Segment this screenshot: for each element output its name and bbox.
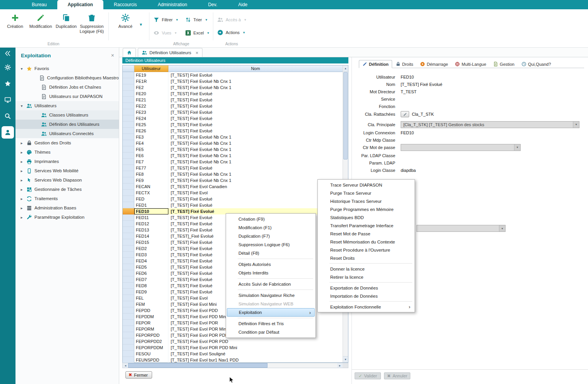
dropdown-caret-icon[interactable]: ▾: [206, 18, 207, 22]
submenu-item[interactable]: Purge Programmes en Mémoire: [319, 205, 414, 213]
row-selector[interactable]: [123, 252, 134, 258]
table-row[interactable]: FE77 [T_TEST] Fixé Evolué: [123, 165, 348, 171]
ribbon-button[interactable]: Suppression Logique (F6): [79, 11, 105, 34]
fermer-button[interactable]: ✖ Fermer: [125, 371, 152, 379]
table-row[interactable]: FE24 [T_TEST] Fixé Evolué: [123, 115, 348, 122]
row-selector[interactable]: [123, 314, 134, 320]
row-selector[interactable]: [123, 264, 134, 270]
nom-field[interactable]: [T_TEST] Fixé Evolué: [401, 82, 442, 87]
row-selector[interactable]: [123, 134, 134, 140]
table-row[interactable]: FE7 [T_TEST] Fixé Evolué Nb Cnx 1: [123, 159, 348, 165]
submenu-item[interactable]: Transfert Parametrage Interface: [319, 221, 414, 230]
tab-close-icon[interactable]: ×: [195, 50, 199, 56]
sidebar-item[interactable]: Paramétrage Exploitation: [15, 213, 119, 222]
table-row[interactable]: FE26 [T_TEST] Fixé Evolué: [123, 128, 348, 134]
sidebar-item[interactable]: Utilisateurs: [15, 101, 119, 110]
context-menu-item[interactable]: Objets Interdits: [227, 269, 315, 277]
table-row[interactable]: FEUNSPDD [T_TEST] Fixé Evol bur1 Nav1 PD…: [123, 357, 348, 363]
ribbon-button[interactable]: Modification: [28, 11, 53, 34]
context-menu-item[interactable]: Accès Suivi de Fabrication: [227, 280, 315, 288]
tree-expander-icon[interactable]: [19, 206, 24, 210]
scroll-left-icon[interactable]: ◄: [123, 363, 128, 368]
trier-button[interactable]: Trier▾: [185, 15, 209, 24]
selector-column-header[interactable]: [123, 65, 134, 72]
row-selector[interactable]: [123, 97, 134, 103]
submenu-item[interactable]: Retirer la licence: [319, 273, 414, 281]
login-connexion-field[interactable]: FED10: [401, 130, 414, 135]
context-menu-item[interactable]: Simulation Navigateur Riche: [227, 291, 315, 300]
table-row[interactable]: FESOU [T_TEST] Fixé Evol Souligné: [123, 351, 348, 357]
vertical-scrollbar-thumb[interactable]: [343, 72, 348, 159]
table-row[interactable]: FE3 [T_TEST] Fixé Evolué Nb Cnx 1: [123, 134, 348, 140]
tab-definition-utilisateurs[interactable]: Définition Utilisateurs ×: [138, 48, 202, 57]
submenu-item[interactable]: Importation de Données: [319, 292, 414, 300]
detail-tab[interactable]: Définition: [359, 60, 392, 68]
row-selector[interactable]: [123, 326, 134, 332]
row-selector[interactable]: [123, 270, 134, 276]
row-selector[interactable]: [123, 357, 134, 363]
table-row[interactable]: FE23 [T_TEST] Fixé Evolué: [123, 109, 348, 115]
submenu-item[interactable]: Purge Trace Serveur: [319, 189, 414, 197]
table-row[interactable]: FE6 [T_TEST] Fixé Evolué Nb Cnx 1: [123, 153, 348, 159]
tree-expander-icon[interactable]: [19, 150, 24, 154]
row-selector[interactable]: [123, 351, 134, 357]
row-selector[interactable]: [123, 177, 134, 183]
detail-tab[interactable]: Droits: [392, 60, 417, 68]
tree-expander-icon[interactable]: [19, 159, 24, 164]
row-selector[interactable]: [123, 196, 134, 202]
horizontal-scrollbar-thumb[interactable]: [128, 363, 267, 368]
chevron-down-icon[interactable]: ▾: [499, 225, 505, 231]
tree-expander-icon[interactable]: [19, 178, 24, 182]
table-row[interactable]: FE19 [T_TEST] Fixé Evolué: [123, 72, 348, 78]
row-selector[interactable]: [123, 109, 134, 115]
row-selector[interactable]: [123, 320, 134, 326]
ribbon-button[interactable]: Création: [2, 11, 28, 34]
row-selector[interactable]: [123, 165, 134, 171]
row-selector[interactable]: [123, 146, 134, 153]
login-classe-field[interactable]: diapdba: [401, 168, 416, 173]
sidebar-item[interactable]: Utilisateurs Connectés: [15, 129, 119, 138]
column-header-utilisateur[interactable]: Utilisateur: [134, 65, 168, 72]
chevron-down-icon[interactable]: ▾: [514, 144, 520, 151]
table-row[interactable]: FECTX [T_TEST] Fixé Evol: [123, 190, 348, 196]
table-row[interactable]: FEPORPDD2 [T_TEST] Fixé Evol POR PDD: [123, 338, 348, 345]
desktop-strip-button[interactable]: [0, 92, 15, 108]
table-row[interactable]: FED1 [T_TEST] Fixé Evolué: [123, 202, 348, 208]
submenu-item[interactable]: Historique Traces Serveur: [319, 197, 414, 205]
table-row[interactable]: FE22 [T_TEST] Fixé Evolué: [123, 103, 348, 109]
row-selector[interactable]: [123, 295, 134, 301]
detail-tab[interactable]: Gestion: [490, 60, 518, 68]
row-selector[interactable]: [123, 91, 134, 97]
context-menu-item[interactable]: Duplication (F7): [227, 232, 315, 240]
submenu-item[interactable]: Trace Serveur DIAPASON: [319, 181, 414, 189]
row-selector[interactable]: [123, 289, 134, 295]
detail-extra-select[interactable]: ▾: [417, 225, 506, 232]
row-selector[interactable]: [123, 159, 134, 165]
sidebar-item[interactable]: Gestionnaire de Tâches: [15, 185, 119, 194]
sidebar-item[interactable]: Configuration Bibliothèques Maestro: [15, 73, 119, 82]
tree-expander-icon[interactable]: [19, 104, 24, 108]
sidebar-item[interactable]: Utilisateurs sur DIAPASON: [15, 92, 119, 101]
row-selector[interactable]: [123, 78, 134, 84]
tree-expander-icon[interactable]: [19, 141, 24, 145]
table-row[interactable]: FE4 [T_TEST] Fixé Evolué Nb Cnx 1: [123, 140, 348, 146]
tree-expander-icon[interactable]: [19, 187, 24, 192]
users-strip-button[interactable]: [2, 126, 14, 139]
row-selector[interactable]: [123, 153, 134, 159]
submenu-item[interactable]: Reset Droits: [319, 254, 414, 262]
context-menu-item[interactable]: Exploitation: [227, 308, 315, 317]
home-tab[interactable]: [123, 48, 136, 57]
actions-button[interactable]: Actions▾: [217, 28, 246, 37]
row-selector[interactable]: [123, 283, 134, 289]
tree-expander-icon[interactable]: [19, 197, 24, 201]
row-selector[interactable]: [123, 103, 134, 109]
row-selector[interactable]: [123, 276, 134, 283]
submenu-item[interactable]: Reset Procédure à l'Ouverture: [319, 246, 414, 254]
menu-tab[interactable]: Raccourcis: [103, 0, 147, 9]
sidebar-item[interactable]: Favoris: [15, 64, 119, 73]
scroll-up-icon[interactable]: ▲: [343, 65, 348, 72]
cla-rattachees-edit-button[interactable]: [401, 111, 409, 117]
sidebar-item[interactable]: Imprimantes: [15, 157, 119, 166]
context-menu-item[interactable]: Création (F9): [227, 215, 315, 223]
row-selector[interactable]: [123, 332, 134, 338]
